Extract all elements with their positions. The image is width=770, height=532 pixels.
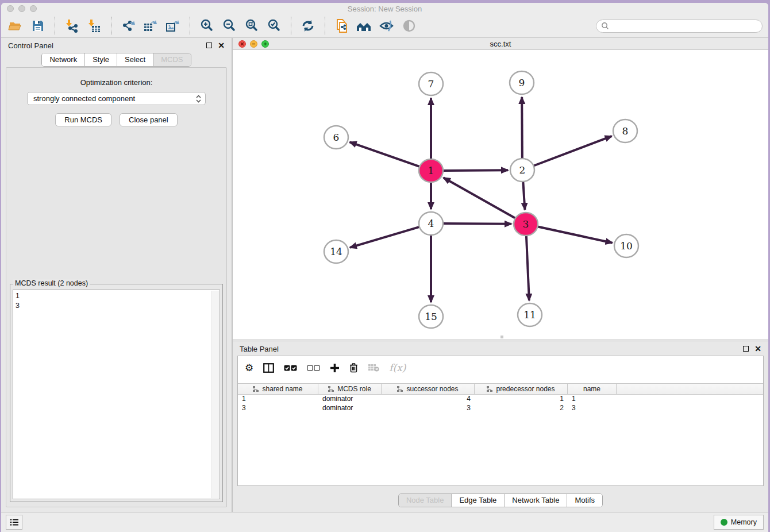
- graph-node-1[interactable]: 1: [419, 159, 443, 182]
- graph-edge-3-1[interactable]: [444, 178, 517, 218]
- run-mcds-button[interactable]: Run MCDS: [55, 113, 111, 126]
- cell-mcds-role[interactable]: dominator: [318, 404, 382, 413]
- delete-table-disabled-icon: [368, 364, 379, 372]
- graph-edge-4-14[interactable]: [350, 226, 421, 247]
- tab-motifs[interactable]: Motifs: [567, 494, 602, 507]
- mcds-result-list[interactable]: 1 3: [13, 290, 220, 499]
- graph-node-4[interactable]: 4: [419, 212, 443, 235]
- hide-selected-icon[interactable]: [378, 17, 395, 34]
- minimize-window-icon[interactable]: [18, 5, 25, 12]
- graph-edge-3-11[interactable]: [526, 235, 529, 300]
- graph-node-label: 7: [428, 78, 434, 90]
- cell-shared-name[interactable]: 1: [238, 395, 318, 404]
- export-network-icon[interactable]: [120, 17, 137, 34]
- export-table-icon[interactable]: [142, 17, 159, 34]
- graph-edge-2-3[interactable]: [523, 181, 525, 210]
- cell-mcds-role[interactable]: dominator: [318, 395, 382, 404]
- float-table-panel-icon[interactable]: [743, 346, 749, 352]
- column-header-shared-name[interactable]: shared name: [238, 384, 318, 394]
- table-panel: Table Panel ✕ ⚙: [233, 342, 768, 512]
- graph-node-3[interactable]: 3: [514, 213, 538, 236]
- graph-node-label: 10: [620, 240, 633, 252]
- tab-select[interactable]: Select: [117, 53, 153, 66]
- zoom-selected-icon[interactable]: [265, 17, 283, 34]
- cell-shared-name[interactable]: 3: [238, 404, 318, 413]
- maximize-window-icon[interactable]: [30, 5, 37, 12]
- graph-node-9[interactable]: 9: [510, 71, 534, 94]
- tab-node-table[interactable]: Node Table: [399, 494, 452, 507]
- cell-predecessor-nodes[interactable]: 2: [475, 404, 568, 413]
- column-type-icon: [328, 386, 334, 392]
- optimization-criterion-select[interactable]: strongly connected component: [27, 92, 206, 105]
- graph-node-2[interactable]: 2: [510, 159, 534, 182]
- mcds-result-line: 1: [16, 291, 217, 301]
- add-column-icon[interactable]: [330, 363, 340, 373]
- graph-edge-3-10[interactable]: [537, 226, 613, 243]
- column-header-mcds-role[interactable]: MCDS role: [318, 384, 382, 394]
- apply-layout-icon[interactable]: [299, 17, 317, 34]
- toolbar-separator: [291, 17, 291, 35]
- table-row[interactable]: 3 dominator 3 2 3: [238, 404, 763, 413]
- tab-style[interactable]: Style: [84, 53, 117, 66]
- toolbar-separator: [111, 17, 111, 35]
- zoom-fit-icon[interactable]: [243, 17, 260, 34]
- table-row[interactable]: 1 dominator 4 1 1: [238, 395, 763, 404]
- memory-button[interactable]: Memory: [714, 515, 764, 530]
- show-all-icon[interactable]: [356, 17, 373, 34]
- import-table-icon[interactable]: [86, 17, 103, 34]
- graph-edge-1-6[interactable]: [350, 142, 421, 167]
- delete-column-icon[interactable]: [349, 363, 358, 373]
- cell-name[interactable]: 3: [568, 404, 617, 413]
- graph-node-15[interactable]: 15: [419, 305, 443, 328]
- column-header-name[interactable]: name: [568, 384, 617, 394]
- zoom-in-icon[interactable]: [198, 17, 215, 34]
- graph-edge-2-8[interactable]: [533, 136, 612, 166]
- close-window-icon[interactable]: [7, 5, 14, 12]
- open-session-icon[interactable]: [7, 17, 24, 34]
- zoom-out-icon[interactable]: [221, 17, 238, 34]
- search-input[interactable]: [612, 22, 757, 30]
- close-network-icon[interactable]: [238, 40, 246, 48]
- graph-edge-4-3[interactable]: [442, 223, 511, 224]
- zoom-network-icon[interactable]: [261, 40, 269, 48]
- graph-node-6[interactable]: 6: [324, 126, 348, 149]
- graph-edge-2-9[interactable]: [522, 97, 522, 159]
- graph-node-8[interactable]: 8: [613, 119, 637, 142]
- column-header-successor-nodes[interactable]: successor nodes: [382, 384, 475, 394]
- canvas-resize-grip[interactable]: [500, 336, 503, 338]
- graph-node-14[interactable]: 14: [324, 240, 348, 263]
- close-panel-icon[interactable]: ✕: [218, 43, 225, 48]
- save-session-icon[interactable]: [29, 17, 47, 34]
- close-panel-button[interactable]: Close panel: [120, 113, 178, 126]
- graph-node-11[interactable]: 11: [518, 303, 542, 326]
- result-scrollbar[interactable]: [211, 291, 219, 498]
- export-image-icon[interactable]: [164, 17, 182, 34]
- close-table-panel-icon[interactable]: ✕: [754, 346, 761, 352]
- cell-name[interactable]: 1: [568, 395, 617, 404]
- toggle-panel-mode-icon[interactable]: [263, 363, 274, 373]
- deselect-all-icon[interactable]: [307, 365, 320, 371]
- select-all-icon[interactable]: [284, 365, 297, 371]
- tab-mcds[interactable]: MCDS: [153, 53, 190, 66]
- tab-edge-table[interactable]: Edge Table: [451, 494, 504, 507]
- column-header-predecessor-nodes[interactable]: predecessor nodes: [475, 384, 568, 394]
- search-field[interactable]: [596, 20, 763, 33]
- tab-network-table[interactable]: Network Table: [504, 494, 567, 507]
- clone-network-icon[interactable]: [333, 17, 351, 34]
- graph-edge-1-2[interactable]: [442, 170, 508, 171]
- import-network-icon[interactable]: [63, 17, 80, 34]
- graph-node-10[interactable]: 10: [614, 234, 638, 257]
- graph-node-label: 15: [425, 311, 437, 322]
- tab-network[interactable]: Network: [42, 53, 84, 66]
- float-panel-icon[interactable]: [206, 43, 212, 48]
- graph-node-7[interactable]: 7: [419, 72, 443, 95]
- cell-successor-nodes[interactable]: 4: [382, 395, 475, 404]
- status-bar: Memory: [1, 512, 768, 532]
- network-canvas[interactable]: 7968124314101511: [233, 50, 768, 340]
- cell-predecessor-nodes[interactable]: 1: [475, 395, 568, 404]
- graph-node-label: 9: [519, 77, 525, 88]
- task-history-button[interactable]: [6, 515, 22, 530]
- minimize-network-icon[interactable]: [250, 40, 257, 48]
- table-settings-icon[interactable]: ⚙: [245, 362, 253, 374]
- cell-successor-nodes[interactable]: 3: [382, 404, 475, 413]
